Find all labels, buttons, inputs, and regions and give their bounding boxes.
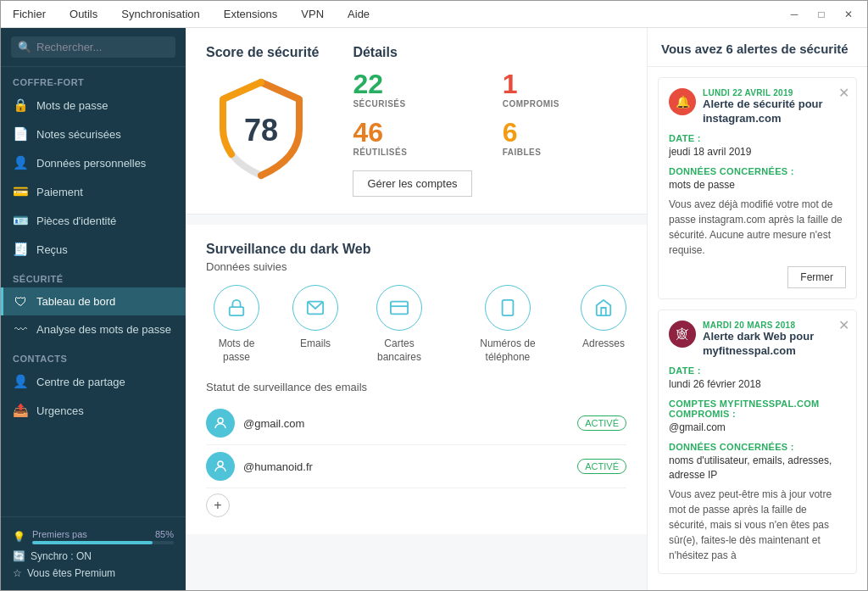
sidebar-item-label: Urgences — [36, 404, 84, 417]
password-icon-circle — [214, 285, 259, 331]
alert-close-button-1[interactable]: ✕ — [838, 85, 849, 101]
sidebar-item-label: Notes sécurisées — [36, 128, 121, 141]
sidebar-item-donnees[interactable]: 👤 Données personnelles — [1, 148, 186, 177]
details-section: Détails 22 SÉCURISÉS 1 COMPROMIS 46 RÉUT — [353, 45, 626, 197]
alert-bell-icon: 🔔 — [669, 88, 696, 115]
svg-rect-0 — [230, 307, 244, 315]
titlebar-controls: ─ □ ✕ — [782, 5, 860, 24]
menu-outils[interactable]: Outils — [64, 4, 103, 24]
note-icon: 📄 — [13, 126, 28, 142]
section-contacts-label: CONTACTS — [1, 343, 186, 367]
details-grid: 22 SÉCURISÉS 1 COMPROMIS 46 RÉUTILISÉS — [353, 70, 626, 157]
svg-point-7 — [218, 461, 223, 466]
sidebar-item-pieces[interactable]: 🪪 Pièces d'identité — [1, 206, 186, 235]
tracked-emails: Emails — [292, 285, 338, 364]
lock-icon: 🔒 — [13, 98, 28, 113]
alert-date-field-label-1: DATE : — [669, 133, 846, 143]
search-icon: 🔍 — [18, 41, 31, 53]
synchro-item: 🔄 Synchro : ON — [13, 548, 174, 565]
email-row-gmail: @gmail.com ACTIVÉ — [206, 402, 626, 445]
alert-close-button-2[interactable]: ✕ — [838, 317, 849, 333]
alert-web-icon: 🕸 — [669, 321, 696, 348]
phone-icon-circle — [485, 285, 531, 331]
address-icon-circle — [581, 285, 626, 331]
card-icon-circle — [376, 285, 422, 331]
minimize-button[interactable]: ─ — [782, 5, 806, 24]
sidebar-item-recus[interactable]: 🧾 Reçus — [1, 235, 186, 264]
sidebar-item-mots-de-passe[interactable]: 🔒 Mots de passe — [1, 91, 186, 120]
tracked-addresses-label: Adresses — [582, 337, 625, 351]
humanoid-avatar — [206, 452, 235, 481]
section-coffre-label: COFFRE-FORT — [1, 67, 186, 91]
darkweb-section: Surveillance du dark Web Données suivies… — [186, 225, 647, 534]
menu-aide[interactable]: Aide — [342, 4, 375, 24]
humanoid-email: @humanoid.fr — [243, 460, 569, 473]
progress-label: Premiers pas 85% — [32, 529, 174, 539]
menu-extensions[interactable]: Extensions — [219, 4, 283, 24]
svg-rect-4 — [503, 300, 514, 315]
secured-item: 22 SÉCURISÉS — [353, 70, 476, 109]
id-icon: 🪪 — [13, 213, 28, 228]
add-email-button[interactable]: + — [206, 493, 230, 517]
tracked-cards-label: Cartes bancaires — [364, 337, 435, 364]
weak-count: 6 — [503, 119, 518, 146]
alert-data-field-label-1: DONNÉES CONCERNÉES : — [669, 166, 846, 176]
alert-body-2: Vous avez peut-être mis à jour votre mot… — [669, 487, 846, 563]
right-panel: Vous avez 6 alertes de sécurité ✕ 🔔 LUND… — [647, 28, 867, 590]
progress-bar — [32, 541, 153, 544]
alert-date-value-2: lundi 26 février 2018 — [669, 377, 846, 392]
menu-fichier[interactable]: Fichier — [8, 4, 51, 24]
lightbulb-icon: 💡 — [13, 531, 25, 543]
premiers-pas-item[interactable]: 💡 Premiers pas 85% — [13, 526, 174, 548]
sidebar-item-notes[interactable]: 📄 Notes sécurisées — [1, 120, 186, 148]
alert-header-2: 🕸 MARDI 20 MARS 2018 Alerte dark Web pou… — [669, 321, 846, 359]
email-monitor-title: Statut de surveillance des emails — [206, 381, 626, 393]
humanoid-status-badge: ACTIVÉ — [577, 459, 626, 474]
score-left: Score de sécurité 78 — [206, 45, 319, 184]
sidebar-item-label: Pièces d'identité — [36, 215, 116, 227]
maximize-button[interactable]: □ — [810, 5, 833, 24]
alert-account-value-2: @gmail.com — [669, 421, 846, 435]
sidebar-item-label: Centre de partage — [36, 376, 125, 388]
section-securite-label: SÉCURITÉ — [1, 264, 186, 287]
sidebar-item-label: Paiement — [36, 186, 83, 198]
alert-meta-1: LUNDI 22 AVRIL 2019 Alerte de sécurité p… — [703, 88, 846, 126]
secured-label: SÉCURISÉS — [353, 99, 405, 109]
sidebar-item-centre-partage[interactable]: 👤 Centre de partage — [1, 367, 186, 396]
svg-rect-2 — [391, 302, 408, 315]
alert-date-1: LUNDI 22 AVRIL 2019 — [703, 88, 846, 98]
sidebar-item-tableau-de-bord[interactable]: 🛡 Tableau de bord — [1, 287, 186, 315]
email-icon-circle — [292, 285, 338, 331]
compromised-label: COMPROMIS — [503, 99, 559, 109]
email-row-humanoid: @humanoid.fr ACTIVÉ — [206, 445, 626, 488]
tracked-label: Données suivies — [206, 260, 626, 273]
sidebar-search-container: 🔍 — [1, 28, 186, 67]
sidebar-item-analyse[interactable]: 〰 Analyse des mots de passe — [1, 315, 186, 343]
main-layout: 🔍 COFFRE-FORT 🔒 Mots de passe 📄 Notes sé… — [1, 28, 867, 590]
sidebar-item-urgences[interactable]: 📤 Urgences — [1, 396, 186, 425]
gmail-avatar — [206, 409, 235, 438]
alert-data-field-label-2: DONNÉES CONCERNÉES : — [669, 442, 846, 452]
sidebar-item-label: Mots de passe — [36, 99, 108, 112]
compromised-item: 1 COMPROMIS — [503, 70, 626, 109]
darkweb-title: Surveillance du dark Web — [206, 242, 626, 257]
alert-title-1: Alerte de sécurité pour instagram.com — [703, 98, 846, 126]
dismiss-button-1[interactable]: Fermer — [787, 266, 846, 288]
sidebar-footer: 💡 Premiers pas 85% 🔄 Synchro : ON — [1, 516, 186, 590]
search-input[interactable] — [36, 41, 169, 53]
shield-icon: 🛡 — [13, 294, 28, 309]
sidebar-item-paiement[interactable]: 💳 Paiement — [1, 177, 186, 206]
search-box[interactable]: 🔍 — [11, 36, 175, 58]
sidebar: 🔍 COFFRE-FORT 🔒 Mots de passe 📄 Notes sé… — [1, 28, 186, 590]
alerts-title: Vous avez 6 alertes de sécurité — [648, 28, 867, 67]
menu-vpn[interactable]: VPN — [296, 4, 329, 24]
score-section: Score de sécurité 78 Détails — [186, 28, 647, 215]
tracked-emails-label: Emails — [300, 337, 331, 351]
alert-body-1: Vous avez déjà modifié votre mot de pass… — [669, 197, 846, 258]
tracked-passwords-label: Mots de passe — [206, 337, 267, 364]
manage-accounts-button[interactable]: Gérer les comptes — [353, 170, 471, 197]
menu-synchronisation[interactable]: Synchronisation — [116, 4, 205, 24]
close-button[interactable]: ✕ — [837, 5, 860, 24]
compromised-count: 1 — [503, 70, 518, 98]
tracked-phones: Numéros de téléphone — [460, 285, 555, 364]
